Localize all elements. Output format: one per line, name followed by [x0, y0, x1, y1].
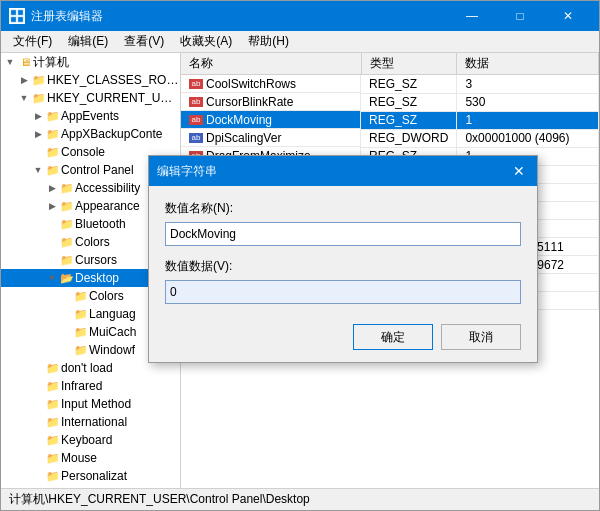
- folder-icon: 📁: [45, 451, 61, 465]
- expand-icon: ▶: [31, 109, 45, 123]
- folder-icon: 📁: [45, 145, 61, 159]
- tree-label: AppXBackupConte: [61, 127, 162, 141]
- tree-label: Bluetooth: [75, 217, 126, 231]
- col-header-data[interactable]: 数据: [457, 53, 599, 75]
- menu-help[interactable]: 帮助(H): [240, 31, 297, 52]
- dialog-data-label: 数值数据(V):: [165, 258, 521, 275]
- title-bar-left: 注册表编辑器: [9, 8, 103, 25]
- tree-label: Infrared: [61, 379, 102, 393]
- tree-label: Desktop: [75, 271, 119, 285]
- table-row[interactable]: abCoolSwitchRowsREG_SZ3: [181, 75, 599, 94]
- close-button[interactable]: ✕: [545, 1, 591, 31]
- tree-label: don't load: [61, 361, 113, 375]
- expand-icon: ▼: [17, 91, 31, 105]
- tree-label: HKEY_CLASSES_ROOT: [47, 73, 180, 87]
- folder-icon: 📁: [73, 325, 89, 339]
- folder-icon: 📁: [45, 379, 61, 393]
- folder-icon: 📁: [59, 235, 75, 249]
- edit-string-dialog: 编辑字符串 ✕ 数值名称(N): 数值数据(V): 确定 取消: [148, 155, 538, 363]
- tree-label: Personalizat: [61, 469, 127, 483]
- window-title: 注册表编辑器: [31, 8, 103, 25]
- table-row[interactable]: abDpiScalingVerREG_DWORD0x00001000 (4096…: [181, 129, 599, 147]
- menu-favorites[interactable]: 收藏夹(A): [172, 31, 240, 52]
- folder-icon: 📁: [73, 289, 89, 303]
- tree-label: Colors: [75, 235, 110, 249]
- dialog-name-label: 数值名称(N):: [165, 200, 521, 217]
- svg-rect-2: [11, 17, 16, 22]
- folder-icon: 🖥: [17, 55, 33, 69]
- cell-name: abDockMoving: [181, 111, 361, 129]
- dialog-title: 编辑字符串: [157, 163, 217, 180]
- cell-value: 530: [457, 93, 599, 111]
- tree-label: Languag: [89, 307, 136, 321]
- tree-label: Appearance: [75, 199, 140, 213]
- reg-type-icon: ab: [189, 97, 203, 107]
- folder-icon: 📁: [59, 217, 75, 231]
- tree-label: Console: [61, 145, 105, 159]
- maximize-button[interactable]: □: [497, 1, 543, 31]
- tree-label: MuiCach: [89, 325, 136, 339]
- folder-icon: 📁: [31, 91, 47, 105]
- cell-value: 1: [457, 111, 599, 129]
- dialog-data-input[interactable]: [165, 280, 521, 304]
- tree-item-hkcr[interactable]: ▶ 📁 HKEY_CLASSES_ROOT: [1, 71, 180, 89]
- folder-icon: 📁: [45, 127, 61, 141]
- folder-icon: 📁: [73, 307, 89, 321]
- cell-type: REG_SZ: [361, 75, 457, 94]
- table-row[interactable]: abCursorBlinkRateREG_SZ530: [181, 93, 599, 111]
- tree-item-hkcu[interactable]: ▼ 📁 HKEY_CURRENT_USER: [1, 89, 180, 107]
- app-icon: [9, 8, 25, 24]
- tree-item-computer[interactable]: ▼ 🖥 计算机: [1, 53, 180, 71]
- reg-type-icon: ab: [189, 115, 203, 125]
- cell-name: abCoolSwitchRows: [181, 75, 361, 93]
- folder-icon: 📂: [59, 271, 75, 285]
- dialog-ok-button[interactable]: 确定: [353, 324, 433, 350]
- tree-label: 计算机: [33, 54, 69, 71]
- cell-type: REG_SZ: [361, 111, 457, 129]
- tree-label: Accessibility: [75, 181, 140, 195]
- tree-item-international[interactable]: 📁 International: [1, 413, 180, 431]
- cell-value: 0x00001000 (4096): [457, 129, 599, 147]
- minimize-button[interactable]: —: [449, 1, 495, 31]
- tree-label: Colors: [89, 289, 124, 303]
- folder-icon: 📁: [45, 433, 61, 447]
- folder-icon: 📁: [45, 163, 61, 177]
- folder-icon: 📁: [45, 361, 61, 375]
- col-header-name[interactable]: 名称: [181, 53, 361, 75]
- tree-label: Keyboard: [61, 433, 112, 447]
- expand-icon: ▶: [45, 181, 59, 195]
- title-bar-controls: — □ ✕: [449, 1, 591, 31]
- cell-value: 3: [457, 75, 599, 94]
- tree-label: Windowf: [89, 343, 135, 357]
- folder-icon: 📁: [59, 253, 75, 267]
- title-bar: 注册表编辑器 — □ ✕: [1, 1, 599, 31]
- col-header-type[interactable]: 类型: [361, 53, 457, 75]
- tree-item-appxbackup[interactable]: ▶ 📁 AppXBackupConte: [1, 125, 180, 143]
- dialog-cancel-button[interactable]: 取消: [441, 324, 521, 350]
- table-row[interactable]: abDockMovingREG_SZ1: [181, 111, 599, 129]
- cell-type: REG_SZ: [361, 93, 457, 111]
- menu-file[interactable]: 文件(F): [5, 31, 60, 52]
- expand-icon: ▼: [31, 163, 45, 177]
- tree-item-appevents[interactable]: ▶ 📁 AppEvents: [1, 107, 180, 125]
- tree-item-infrared[interactable]: 📁 Infrared: [1, 377, 180, 395]
- tree-item-personalization[interactable]: 📁 Personalizat: [1, 467, 180, 485]
- dialog-close-button[interactable]: ✕: [509, 161, 529, 181]
- tree-item-mouse[interactable]: 📁 Mouse: [1, 449, 180, 467]
- tree-label: Input Method: [61, 397, 131, 411]
- tree-item-inputmethod[interactable]: 📁 Input Method: [1, 395, 180, 413]
- expand-icon: ▼: [3, 55, 17, 69]
- tree-item-keyboard[interactable]: 📁 Keyboard: [1, 431, 180, 449]
- expand-icon: ▶: [45, 199, 59, 213]
- tree-label: International: [61, 415, 127, 429]
- menu-view[interactable]: 查看(V): [116, 31, 172, 52]
- folder-icon: 📁: [59, 199, 75, 213]
- dialog-buttons: 确定 取消: [165, 324, 521, 350]
- tree-label: HKEY_CURRENT_USER: [47, 91, 180, 105]
- dialog-name-input[interactable]: [165, 222, 521, 246]
- expand-icon: ▼: [45, 271, 59, 285]
- folder-icon: 📁: [45, 109, 61, 123]
- menu-edit[interactable]: 编辑(E): [60, 31, 116, 52]
- svg-rect-0: [11, 10, 16, 15]
- cell-name: abCursorBlinkRate: [181, 93, 361, 111]
